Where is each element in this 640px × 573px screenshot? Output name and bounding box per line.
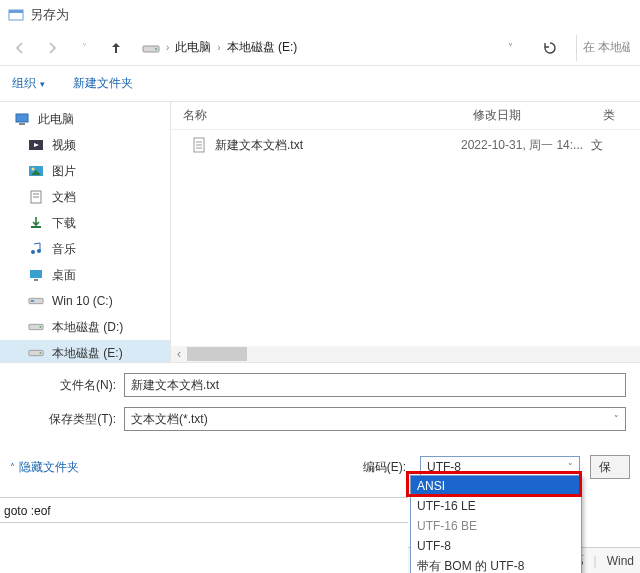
save-button[interactable]: 保 [590,455,630,479]
file-date: 2022-10-31, 周一 14:... [461,137,591,154]
editor-text: goto :eof [4,504,51,518]
horizontal-scrollbar[interactable]: ‹ [171,346,640,362]
scroll-left-icon[interactable]: ‹ [171,346,187,362]
file-type: 文 [591,137,603,154]
svg-rect-18 [34,279,38,281]
recent-chevron[interactable]: ˅ [74,38,94,58]
svg-rect-1 [9,10,23,13]
file-row[interactable]: 新建文本文档.txt2022-10-31, 周一 14:...文 [171,130,640,160]
filename-value: 新建文本文档.txt [131,377,219,394]
col-name[interactable]: 名称 [171,107,461,124]
sidebar-item-label: 音乐 [52,241,76,258]
filename-row: 文件名(N): 新建文本文档.txt [14,373,626,397]
filetype-label: 保存类型(T): [14,411,124,428]
sidebar-item[interactable]: 文档 [0,184,170,210]
music-icon [28,241,44,257]
editor-text-line: goto :eof [0,497,408,523]
organize-label: 组织 [12,75,36,92]
svg-point-15 [31,250,35,254]
scroll-thumb[interactable] [187,347,247,361]
desktop-icon [28,267,44,283]
file-area: 名称 修改日期 类 新建文本文档.txt2022-10-31, 周一 14:..… [170,102,640,362]
chevron-right-icon: › [217,42,220,53]
toolbar: 组织 ▾ 新建文件夹 [0,66,640,102]
filename-input[interactable]: 新建文本文档.txt [124,373,626,397]
body: 此电脑视频图片文档下载音乐桌面Win 10 (C:)本地磁盘 (D:)本地磁盘 … [0,102,640,362]
svg-point-9 [32,168,35,171]
txt-file-icon [191,137,207,153]
cdrive-icon [28,293,44,309]
sidebar-item-label: 文档 [52,189,76,206]
col-type[interactable]: 类 [591,107,640,124]
svg-rect-5 [19,123,25,125]
file-name: 新建文本文档.txt [215,137,303,154]
hide-folders-toggle[interactable]: ˄ 隐藏文件夹 [10,459,79,476]
sidebar-item[interactable]: 桌面 [0,262,170,288]
breadcrumb-root[interactable]: 此电脑 [175,39,211,56]
drive-icon [28,345,44,361]
breadcrumb[interactable]: › 此电脑 › 本地磁盘 (E:) [138,39,484,56]
sidebar-item-label: 本地磁盘 (D:) [52,319,123,336]
up-button[interactable] [106,38,126,58]
svg-point-22 [40,326,42,328]
filetype-value: 文本文档(*.txt) [131,411,208,428]
svg-point-16 [37,249,41,253]
sidebar-item-label: 此电脑 [38,111,74,128]
organize-menu[interactable]: 组织 ▾ [12,75,45,92]
downloads-icon [28,215,44,231]
encoding-option[interactable]: UTF-16 LE [411,496,581,516]
new-folder-button[interactable]: 新建文件夹 [73,75,133,92]
encoding-option[interactable]: ANSI [411,476,581,496]
pictures-icon [28,163,44,179]
chevron-right-icon: › [166,42,169,53]
sidebar-item-label: 图片 [52,163,76,180]
breadcrumb-drive[interactable]: 本地磁盘 (E:) [227,39,298,56]
titlebar: 另存为 [0,0,640,30]
app-icon [8,7,24,23]
svg-rect-4 [16,114,28,122]
form-area: 文件名(N): 新建文本文档.txt 保存类型(T): 文本文档(*.txt) … [0,362,640,447]
filetype-row: 保存类型(T): 文本文档(*.txt) ˅ [14,407,626,431]
col-date[interactable]: 修改日期 [461,107,591,124]
window-title: 另存为 [30,6,69,24]
encoding-label: 编码(E): [363,459,406,476]
svg-point-24 [40,352,42,354]
save-label: 保 [599,459,611,476]
chevron-down-icon: ˅ [614,414,619,424]
encoding-option[interactable]: UTF-8 [411,536,581,556]
sidebar-item-label: 桌面 [52,267,76,284]
forward-button[interactable] [42,38,62,58]
sidebar-item[interactable]: 本地磁盘 (E:) [0,340,170,362]
sidebar-item[interactable]: Win 10 (C:) [0,288,170,314]
new-folder-label: 新建文件夹 [73,75,133,92]
sidebar-item[interactable]: 音乐 [0,236,170,262]
sidebar-item[interactable]: 此电脑 [0,106,170,132]
pc-icon [14,111,30,127]
encoding-option[interactable]: UTF-16 BE [411,516,581,536]
drive-icon [142,42,160,54]
hide-folders-label: 隐藏文件夹 [19,459,79,476]
drive-icon [28,319,44,335]
nav-row: ˅ › 此电脑 › 本地磁盘 (E:) ˅ 在 本地磁 [0,30,640,66]
svg-rect-20 [31,300,35,302]
sidebar-item-label: Win 10 (C:) [52,294,113,308]
refresh-button[interactable] [536,34,564,62]
breadcrumb-dropdown[interactable]: ˅ [496,34,524,62]
filetype-combo[interactable]: 文本文档(*.txt) ˅ [124,407,626,431]
back-button[interactable] [10,38,30,58]
search-input[interactable]: 在 本地磁 [576,35,630,61]
sidebar-item[interactable]: 图片 [0,158,170,184]
docs-icon [28,189,44,205]
encoding-option[interactable]: 带有 BOM 的 UTF-8 [411,556,581,573]
sidebar-item-label: 视频 [52,137,76,154]
sidebar[interactable]: 此电脑视频图片文档下载音乐桌面Win 10 (C:)本地磁盘 (D:)本地磁盘 … [0,102,170,362]
sidebar-item[interactable]: 视频 [0,132,170,158]
chevron-down-icon: ˅ [568,462,573,472]
file-header: 名称 修改日期 类 [171,102,640,130]
search-placeholder: 在 本地磁 [583,39,630,56]
sidebar-item[interactable]: 下载 [0,210,170,236]
sidebar-item[interactable]: 本地磁盘 (D:) [0,314,170,340]
svg-point-3 [155,48,157,50]
encoding-dropdown[interactable]: ANSIUTF-16 LEUTF-16 BEUTF-8带有 BOM 的 UTF-… [410,475,582,573]
chevron-up-icon: ˄ [10,462,15,473]
